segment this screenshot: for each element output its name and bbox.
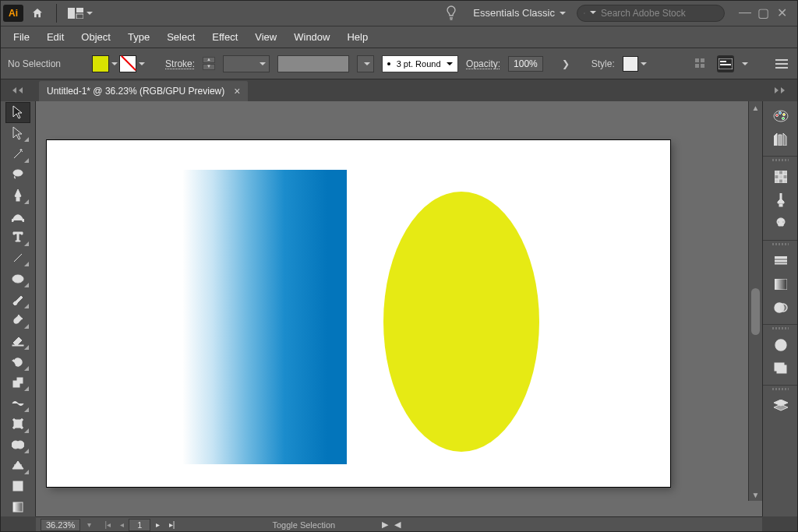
document-setup-icon[interactable] <box>692 55 709 72</box>
search-help-button[interactable] <box>440 5 462 21</box>
stroke-swatch[interactable] <box>119 55 145 72</box>
rectangle-tool[interactable] <box>6 269 30 288</box>
brushes-panel-icon[interactable] <box>769 190 793 210</box>
panel-menu-icon[interactable] <box>773 55 790 72</box>
color-panel-icon[interactable] <box>769 106 793 126</box>
artwork-ellipse[interactable] <box>383 192 539 452</box>
scroll-down-icon[interactable]: ▼ <box>749 488 762 501</box>
direct-selection-tool[interactable] <box>6 124 30 143</box>
maximize-button[interactable]: ▢ <box>757 5 768 20</box>
variable-width-profile[interactable] <box>277 55 349 72</box>
shape-builder-tool[interactable] <box>6 435 30 455</box>
close-button[interactable]: ✕ <box>776 5 787 20</box>
artboard[interactable] <box>47 140 670 487</box>
arrange-documents-button[interactable] <box>65 5 96 22</box>
swatches-panel-icon[interactable] <box>769 167 793 187</box>
svg-point-37 <box>16 441 24 449</box>
transparency-panel-icon[interactable] <box>769 298 793 318</box>
zoom-dropdown-icon[interactable]: ▾ <box>82 519 96 531</box>
graphic-style-dropdown[interactable] <box>623 56 647 72</box>
opacity-label[interactable]: Opacity: <box>466 58 500 69</box>
color-guide-panel-icon[interactable] <box>769 129 793 150</box>
prev-artboard-icon[interactable]: ◂ <box>115 519 129 531</box>
perspective-grid-tool[interactable] <box>6 456 30 475</box>
hscroll-left-icon[interactable]: ◀ <box>394 520 401 530</box>
svg-point-61 <box>782 221 784 223</box>
magic-wand-tool[interactable] <box>6 144 30 164</box>
graphic-styles-panel-icon[interactable] <box>769 358 793 379</box>
rotate-tool[interactable] <box>6 352 30 372</box>
status-bar: 36.23% ▾ |◂ ◂ 1 ▸ ▸| Toggle Selection ▶ … <box>36 516 762 532</box>
brush-definition-dropdown[interactable]: 3 pt. Round <box>382 55 458 72</box>
document-tab-title: Untitled-1* @ 36.23% (RGB/GPU Preview) <box>47 86 224 97</box>
chevron-down-icon <box>590 11 596 17</box>
home-button[interactable] <box>26 5 48 22</box>
menu-select[interactable]: Select <box>158 28 203 46</box>
stroke-weight-stepper[interactable]: ▲▼ <box>203 57 215 70</box>
paintbrush-tool[interactable] <box>6 290 30 309</box>
svg-rect-27 <box>12 345 23 346</box>
scroll-thumb[interactable] <box>751 288 760 335</box>
svg-point-23 <box>12 219 13 220</box>
stock-search-input[interactable] <box>601 8 718 19</box>
svg-rect-53 <box>775 175 779 179</box>
opacity-value[interactable]: 100% <box>508 56 543 72</box>
line-tool[interactable] <box>6 248 30 268</box>
selection-status: No Selection <box>8 58 61 69</box>
document-tab-strip: Untitled-1* @ 36.23% (RGB/GPU Preview) × <box>0 79 798 101</box>
layers-panel-icon[interactable] <box>769 396 793 416</box>
hscroll-right-icon[interactable]: ▶ <box>382 520 388 530</box>
stroke-label[interactable]: Stroke: <box>165 58 195 69</box>
stroke-panel-icon[interactable] <box>769 251 793 271</box>
menu-window[interactable]: Window <box>285 28 338 46</box>
vertical-scrollbar[interactable]: ▲ ▼ <box>748 101 762 501</box>
menu-help[interactable]: Help <box>338 28 376 46</box>
menu-type[interactable]: Type <box>119 28 158 46</box>
selection-tool[interactable] <box>6 103 30 122</box>
pen-tool[interactable] <box>6 186 30 206</box>
preferences-icon[interactable] <box>717 55 734 72</box>
lasso-tool[interactable] <box>6 165 30 185</box>
width-tool[interactable] <box>6 393 30 413</box>
menu-view[interactable]: View <box>246 28 285 46</box>
variable-width-dropdown[interactable] <box>357 55 374 72</box>
eraser-tool[interactable] <box>6 331 30 351</box>
next-artboard-icon[interactable]: ▸ <box>150 519 164 531</box>
artboard-number-field[interactable]: 1 <box>129 519 150 531</box>
chevron-down-icon <box>560 12 566 18</box>
menu-edit[interactable]: Edit <box>38 28 72 46</box>
minimize-button[interactable]: — <box>739 5 750 20</box>
type-tool[interactable] <box>6 227 30 247</box>
workspace-switcher[interactable]: Essentials Classic <box>465 7 574 19</box>
stroke-weight-dropdown[interactable] <box>223 55 270 72</box>
scale-tool[interactable] <box>6 373 30 393</box>
mesh-tool[interactable] <box>6 477 30 496</box>
opacity-more-icon[interactable]: ❯ <box>562 58 570 69</box>
chevron-down-icon <box>447 62 453 69</box>
stock-search-box[interactable] <box>577 5 725 22</box>
style-label: Style: <box>591 58 615 69</box>
appearance-panel-icon[interactable] <box>769 335 793 355</box>
pencil-tool[interactable] <box>6 311 30 330</box>
zoom-field[interactable]: 36.23% <box>41 519 80 531</box>
svg-point-67 <box>779 304 787 312</box>
menu-object[interactable]: Object <box>72 28 119 46</box>
document-tab[interactable]: Untitled-1* @ 36.23% (RGB/GPU Preview) × <box>39 81 248 101</box>
canvas-viewport[interactable] <box>36 101 748 501</box>
scroll-up-icon[interactable]: ▲ <box>749 101 762 114</box>
menu-file[interactable]: File <box>5 28 38 46</box>
fill-swatch[interactable] <box>92 55 118 72</box>
symbols-panel-icon[interactable] <box>769 213 793 234</box>
svg-rect-8 <box>701 64 704 68</box>
gradient-panel-icon[interactable] <box>769 274 793 294</box>
expand-panels-right-icon[interactable] <box>762 79 798 101</box>
artwork-rectangle-gradient[interactable] <box>183 170 347 464</box>
first-artboard-icon[interactable]: |◂ <box>101 519 115 531</box>
last-artboard-icon[interactable]: ▸| <box>164 519 178 531</box>
close-tab-icon[interactable]: × <box>234 85 240 97</box>
menu-effect[interactable]: Effect <box>203 28 246 46</box>
free-transform-tool[interactable] <box>6 414 30 434</box>
expand-panels-left-icon[interactable] <box>0 79 36 101</box>
curvature-tool[interactable] <box>6 206 30 226</box>
gradient-tool[interactable] <box>6 497 30 516</box>
